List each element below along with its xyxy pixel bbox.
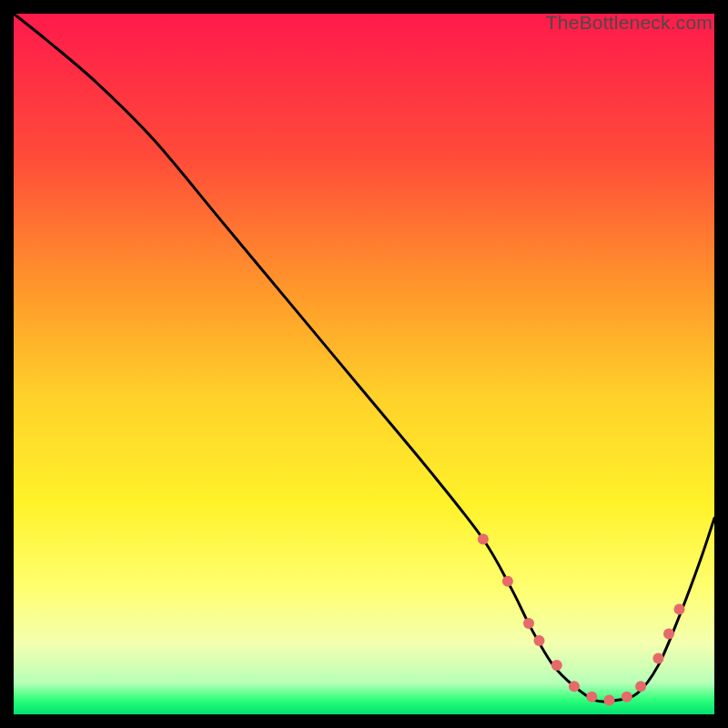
highlight-point (551, 660, 562, 671)
bottleneck-curve (14, 14, 714, 702)
highlight-point (652, 652, 663, 663)
highlight-point (569, 681, 580, 692)
highlight-point (478, 534, 489, 545)
highlight-point (502, 576, 513, 587)
highlight-point (635, 681, 646, 692)
highlight-point (523, 618, 534, 629)
highlight-points (478, 534, 685, 706)
highlight-point (622, 692, 632, 703)
chart-frame: TheBottleneck.com (14, 14, 714, 714)
highlight-point (663, 629, 674, 640)
highlight-point (604, 695, 615, 706)
chart-plot (14, 14, 714, 714)
watermark-text: TheBottleneck.com (546, 12, 713, 34)
highlight-point (586, 692, 597, 703)
highlight-point (674, 604, 685, 615)
highlight-point (534, 635, 545, 646)
